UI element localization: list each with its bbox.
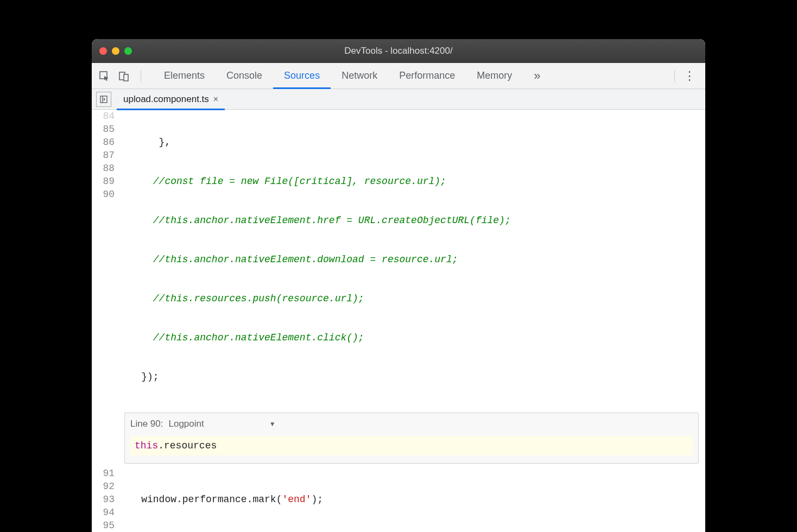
code-line: //const file = new File([critical], reso… — [118, 175, 705, 188]
line-number[interactable]: 94 — [92, 506, 115, 519]
line-number[interactable]: 95 — [92, 519, 115, 532]
devtools-window: DevTools - localhost:4200/ Elements Cons… — [92, 39, 705, 532]
line-number[interactable]: 85 — [92, 123, 115, 136]
toolbar-separator — [674, 70, 675, 82]
logpoint-line-label: Line 90: — [130, 417, 163, 430]
code-editor[interactable]: 84 85 86 87 88 89 90 }, //const file = n… — [92, 110, 705, 532]
line-number[interactable]: 87 — [92, 149, 115, 162]
tab-elements[interactable]: Elements — [153, 63, 216, 89]
line-number[interactable]: 93 — [92, 493, 115, 506]
tab-network[interactable]: Network — [331, 63, 388, 89]
window-title: DevTools - localhost:4200/ — [92, 46, 705, 56]
device-toolbar-icon[interactable] — [117, 69, 131, 83]
panel-tabs: Elements Console Sources Network Perform… — [153, 63, 551, 89]
line-number[interactable]: 89 — [92, 175, 115, 188]
code-line: }); — [118, 370, 705, 383]
code-content[interactable]: window.performance.mark('end'); window.p… — [118, 467, 705, 532]
close-window-button[interactable] — [99, 47, 107, 55]
file-tab[interactable]: upload.component.ts × — [117, 89, 225, 110]
minimize-window-button[interactable] — [112, 47, 119, 55]
breakpoint-inline-editor: Line 90: Logpoint ▼ this.resources — [124, 413, 699, 464]
window-titlebar: DevTools - localhost:4200/ — [92, 39, 705, 63]
traffic-lights — [99, 47, 132, 55]
line-number[interactable]: 90 — [92, 188, 115, 201]
line-gutter[interactable]: 84 85 86 87 88 89 90 — [92, 110, 118, 409]
settings-menu-button[interactable]: ⋮ — [679, 69, 700, 83]
toolbar-separator — [141, 70, 141, 82]
code-line: //this.anchor.nativeElement.href = URL.c… — [118, 214, 705, 227]
logpoint-expression-input[interactable]: this.resources — [130, 436, 693, 455]
chevron-down-icon: ▼ — [269, 417, 276, 430]
code-line: window.performance.mark('end'); — [118, 493, 705, 506]
maximize-window-button[interactable] — [124, 47, 132, 55]
breakpoint-type-select[interactable]: Logpoint ▼ — [169, 417, 276, 430]
breakpoint-type-label: Logpoint — [169, 417, 204, 430]
inspect-element-icon[interactable] — [97, 69, 111, 83]
show-navigator-button[interactable] — [96, 92, 111, 107]
tabs-overflow-button[interactable]: » — [523, 69, 551, 83]
line-number[interactable]: 91 — [92, 467, 115, 480]
code-content[interactable]: }, //const file = new File([critical], r… — [118, 110, 705, 409]
tab-memory[interactable]: Memory — [466, 63, 523, 89]
line-gutter[interactable]: 91 92 93 94 95 96 — [92, 467, 118, 532]
file-tab-bar: upload.component.ts × — [92, 89, 705, 110]
tab-console[interactable]: Console — [216, 63, 273, 89]
tab-performance[interactable]: Performance — [388, 63, 466, 89]
line-number[interactable]: 86 — [92, 136, 115, 149]
code-line: //this.resources.push(resource.url); — [118, 292, 705, 305]
line-number[interactable]: 92 — [92, 480, 115, 493]
devtools-toolbar: Elements Console Sources Network Perform… — [92, 63, 705, 89]
code-line: }, — [118, 136, 705, 149]
svg-rect-2 — [124, 74, 128, 81]
code-line: //this.anchor.nativeElement.click(); — [118, 331, 705, 344]
tab-sources[interactable]: Sources — [273, 63, 331, 89]
line-number[interactable]: 84 — [92, 110, 115, 123]
close-tab-icon[interactable]: × — [213, 94, 218, 104]
code-line: //this.anchor.nativeElement.download = r… — [118, 253, 705, 266]
file-tab-name: upload.component.ts — [123, 94, 209, 105]
line-number[interactable]: 88 — [92, 162, 115, 175]
